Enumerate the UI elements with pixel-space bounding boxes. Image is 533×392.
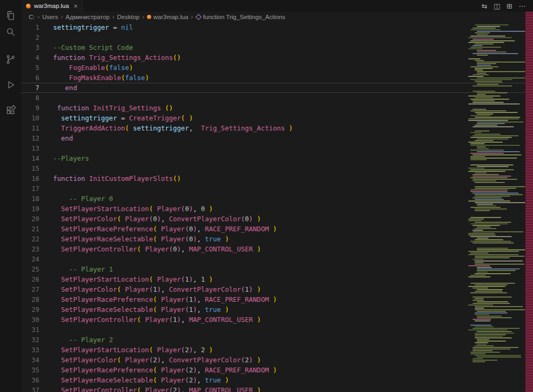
line-number[interactable]: 13: [21, 144, 39, 154]
code-line[interactable]: 22 SetPlayerRaceSelectable( Player(0), t…: [21, 234, 526, 244]
line-number[interactable]: 26: [21, 275, 39, 285]
code-line[interactable]: 24: [21, 254, 526, 264]
code-line[interactable]: 13: [21, 143, 526, 153]
split-editor-button[interactable]: ◫: [494, 3, 500, 10]
breadcrumb-item-1[interactable]: Users: [42, 14, 58, 20]
code-line[interactable]: 28 SetPlayerRacePreference( Player(1), R…: [21, 294, 526, 304]
tab-close-icon[interactable]: ×: [74, 3, 78, 10]
code-line[interactable]: 9 function InitTrig_Settings (): [21, 103, 526, 113]
tab-war3map-lua[interactable]: war3map.lua ×: [21, 0, 83, 12]
code-line[interactable]: 11 TriggerAddAction( settingtrigger, Tri…: [21, 123, 526, 133]
line-number[interactable]: 17: [21, 184, 39, 194]
line-number[interactable]: 19: [21, 204, 39, 214]
code-line[interactable]: 7 end: [21, 83, 526, 93]
code-line[interactable]: 36 SetPlayerRaceSelectable( Player(2), t…: [21, 375, 526, 385]
code-line[interactable]: 17: [21, 184, 526, 194]
line-number[interactable]: 25: [21, 265, 39, 275]
minimap-line: [468, 234, 496, 236]
line-number[interactable]: 8: [21, 93, 39, 103]
code-line[interactable]: 12 end: [21, 133, 526, 143]
minimap-line: [475, 228, 496, 229]
line-number[interactable]: 16: [21, 174, 39, 184]
code-line[interactable]: 18 -- Player 0: [21, 194, 526, 204]
line-number[interactable]: 21: [21, 224, 39, 234]
code-line[interactable]: 10 settingtrigger = CreateTrigger( ): [21, 113, 526, 123]
code-line[interactable]: 31: [21, 325, 526, 335]
line-number[interactable]: 11: [21, 124, 39, 134]
line-number[interactable]: 15: [21, 164, 39, 174]
line-number[interactable]: 5: [21, 63, 39, 73]
line-number[interactable]: 18: [21, 194, 39, 204]
line-number[interactable]: 12: [21, 134, 39, 144]
scrollbar-overview-ruler[interactable]: [525, 12, 533, 392]
line-number[interactable]: 6: [21, 73, 39, 83]
line-number[interactable]: 3: [21, 43, 39, 53]
code-line[interactable]: 14--Players: [21, 153, 526, 163]
code-line[interactable]: 2: [21, 32, 526, 42]
breadcrumb-item-0[interactable]: C:: [29, 14, 35, 20]
code-line[interactable]: 4function Trig_Settings_Actions(): [21, 53, 526, 63]
code-line[interactable]: 23 SetPlayerController( Player(0), MAP_C…: [21, 244, 526, 254]
line-number[interactable]: 24: [21, 255, 39, 265]
code-line[interactable]: 32 -- Player 2: [21, 335, 526, 345]
code-editor[interactable]: 1settingtrigger = nil23--Custom Script C…: [21, 22, 533, 392]
minimap-line: [475, 140, 494, 141]
code-line[interactable]: 29 SetPlayerRaceSelectable( Player(1), t…: [21, 304, 526, 315]
code-line[interactable]: 26 SetPlayerStartLocation( Player(1), 1 …: [21, 274, 526, 284]
code-line[interactable]: 1settingtrigger = nil: [21, 22, 526, 32]
minimap-line: [475, 298, 484, 299]
line-number[interactable]: 1: [21, 23, 39, 33]
activity-bar-item-explorer[interactable]: [0, 8, 21, 24]
code-line[interactable]: 27 SetPlayerColor( Player(1), ConvertPla…: [21, 284, 526, 294]
minimap[interactable]: [467, 22, 526, 392]
line-number[interactable]: 32: [21, 335, 39, 345]
breadcrumb-item-3[interactable]: Desktop: [117, 14, 140, 20]
line-number[interactable]: 14: [21, 154, 39, 164]
activity-bar-item-source-control[interactable]: [0, 51, 21, 67]
code-line[interactable]: 37 SetPlayerController( Player(2), MAP_C…: [21, 385, 526, 392]
code-line[interactable]: 5 FogEnable(false): [21, 63, 526, 73]
code-line[interactable]: 33 SetPlayerStartLocation( Player(2), 2 …: [21, 345, 526, 355]
more-actions-button[interactable]: ⋯: [519, 3, 526, 10]
line-number[interactable]: 10: [21, 114, 39, 124]
code-line[interactable]: 35 SetPlayerRacePreference( Player(2), R…: [21, 365, 526, 375]
line-number[interactable]: 4: [21, 53, 39, 63]
activity-bar-item-run-and-debug[interactable]: [0, 77, 21, 93]
activity-bar-item-search[interactable]: [0, 24, 21, 40]
line-number[interactable]: 37: [21, 386, 39, 392]
line-number[interactable]: 22: [21, 234, 39, 245]
line-number[interactable]: 31: [21, 325, 39, 335]
code-line[interactable]: 30 SetPlayerController( Player(1), MAP_C…: [21, 315, 526, 325]
code-text: -- Player 0: [53, 195, 113, 203]
line-number[interactable]: 7: [21, 83, 39, 93]
line-number[interactable]: 33: [21, 345, 39, 355]
line-number[interactable]: 23: [21, 245, 39, 255]
code-line[interactable]: 21 SetPlayerRacePreference( Player(0), R…: [21, 224, 526, 234]
code-line[interactable]: 25 -- Player 1: [21, 264, 526, 274]
line-number[interactable]: 28: [21, 295, 39, 305]
customize-layout-button[interactable]: ⊞: [506, 3, 512, 10]
line-number[interactable]: 27: [21, 285, 39, 295]
code-line[interactable]: 6 FogMaskEnable(false): [21, 73, 526, 83]
line-number[interactable]: 9: [21, 103, 39, 114]
code-line[interactable]: 20 SetPlayerColor( Player(0), ConvertPla…: [21, 214, 526, 224]
code-line[interactable]: 8: [21, 93, 526, 103]
line-number[interactable]: 20: [21, 214, 39, 224]
code-line[interactable]: 16function InitCustomPlayerSlots(): [21, 173, 526, 184]
open-changes-button[interactable]: ⇆: [482, 3, 487, 10]
code-line[interactable]: 19 SetPlayerStartLocation( Player(0), 0 …: [21, 204, 526, 214]
line-number[interactable]: 34: [21, 355, 39, 365]
minimap-line: [477, 94, 486, 95]
breadcrumb-item-5[interactable]: function Trig_Settings_Actions: [196, 14, 286, 20]
line-number[interactable]: 30: [21, 315, 39, 325]
breadcrumb-item-2[interactable]: Администратор: [66, 14, 110, 20]
breadcrumb-item-4[interactable]: war3map.lua: [147, 14, 188, 20]
code-line[interactable]: 34 SetPlayerColor( Player(2), ConvertPla…: [21, 355, 526, 365]
activity-bar-item-extensions[interactable]: [0, 102, 21, 118]
code-line[interactable]: 15: [21, 163, 526, 173]
line-number[interactable]: 36: [21, 376, 39, 386]
line-number[interactable]: 29: [21, 305, 39, 315]
code-line[interactable]: 3--Custom Script Code: [21, 42, 526, 53]
line-number[interactable]: 2: [21, 33, 39, 43]
line-number[interactable]: 35: [21, 365, 39, 376]
